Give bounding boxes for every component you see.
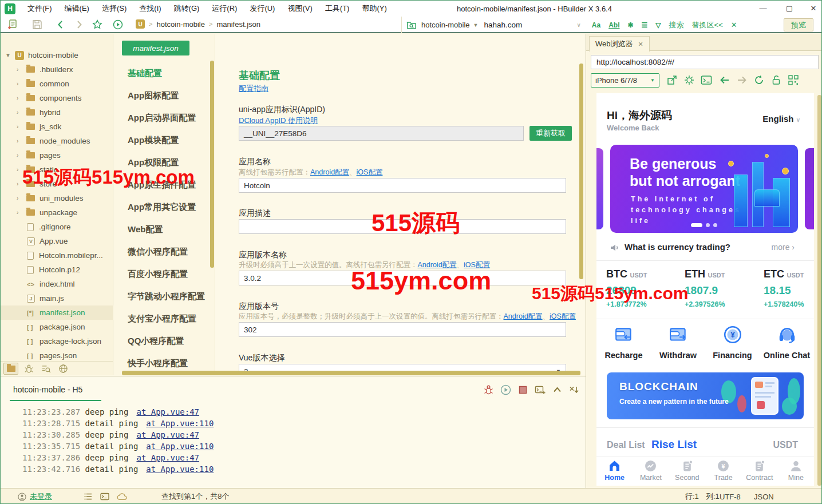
explorer-view-button[interactable] — [3, 363, 18, 375]
carousel-next-slide[interactable] — [805, 148, 814, 229]
tree-folder-node-modules[interactable]: ›node_modules — [1, 134, 113, 148]
console-collapse-icon[interactable] — [552, 384, 563, 395]
forward-icon[interactable] — [74, 19, 84, 30]
run-icon[interactable] — [113, 19, 123, 30]
carousel-dots[interactable] — [610, 223, 798, 227]
nav-market[interactable]: Market — [633, 457, 669, 486]
config-nav-web[interactable]: Web配置 — [128, 224, 205, 235]
source-link[interactable]: at App.vue:47 — [136, 407, 199, 416]
tree-file-p12[interactable]: Hotcoln.p12 — [1, 263, 113, 277]
chevron-right-icon[interactable]: › — [17, 209, 26, 216]
ticker-eth[interactable]: ETH USDT 1807.9 +2.397526% — [685, 268, 753, 308]
ios-config-link[interactable]: iOS配置 — [550, 312, 576, 320]
outline-list-icon[interactable] — [84, 492, 93, 501]
cursor-line[interactable]: 行:1 — [685, 491, 699, 502]
blockchain-banner[interactable]: BLOCKCHAIN Create a new pattern in the f… — [607, 372, 804, 419]
config-nav-basic[interactable]: 基础配置 — [128, 68, 205, 78]
open-external-icon[interactable] — [666, 74, 678, 86]
menu-find[interactable]: 查找(I) — [133, 1, 167, 16]
tree-folder-components[interactable]: ›components — [1, 91, 113, 105]
config-nav-alipay-mp[interactable]: 支付宝小程序配置 — [128, 313, 205, 324]
console-stop-icon[interactable] — [517, 384, 528, 395]
menu-run[interactable]: 运行(R) — [206, 1, 243, 16]
recharge-button[interactable]: Recharge — [596, 324, 651, 360]
close-window-button[interactable]: ✕ — [808, 3, 819, 14]
login-status[interactable]: 未登录 — [30, 491, 52, 502]
console-clear-icon[interactable] — [568, 384, 579, 395]
form-scrollbar[interactable] — [579, 64, 583, 279]
source-link[interactable]: at App.vue:47 — [136, 430, 199, 439]
financing-button[interactable]: ¥ Financing — [705, 324, 760, 360]
ios-config-link[interactable]: iOS配置 — [357, 168, 383, 176]
tree-file-gitignore[interactable]: .gitignore — [1, 220, 113, 234]
cloud-icon[interactable] — [117, 492, 127, 501]
tree-file-index-html[interactable]: <>index.html — [1, 277, 113, 291]
nav-mine[interactable]: Mine — [778, 457, 814, 486]
tree-file-package-lock-json[interactable]: [ ]package-lock.json — [1, 334, 113, 348]
config-nav-app-icon[interactable]: App图标配置 — [128, 90, 205, 101]
chevron-right-icon[interactable]: › — [17, 124, 26, 130]
browser-url-input[interactable]: http://localhost:8082/#/ — [591, 55, 819, 69]
editor-horizontal-scrollbar[interactable] — [122, 371, 580, 375]
config-nav-baidu-mp[interactable]: 百度小程序配置 — [128, 269, 205, 279]
menu-goto[interactable]: 跳转(G) — [168, 1, 206, 16]
chevron-right-icon[interactable]: › — [17, 95, 26, 101]
expand-find-icon[interactable]: ∨ — [576, 22, 580, 28]
device-select[interactable]: iPhone 6/7/8▼ — [591, 73, 659, 88]
terminal-icon[interactable] — [100, 492, 109, 501]
chevron-right-icon[interactable]: › — [17, 138, 26, 144]
config-nav-bytedance-mp[interactable]: 字节跳动小程序配置 — [128, 291, 205, 301]
refetch-appid-button[interactable]: 重新获取 — [529, 126, 572, 141]
qr-code-icon[interactable] — [788, 74, 799, 86]
tree-folder-js-sdk[interactable]: ›js_sdk — [1, 120, 113, 134]
app-name-input[interactable]: Hotcoin — [239, 178, 566, 193]
more-link[interactable]: more › — [772, 243, 795, 252]
source-link[interactable]: at App.vue:110 — [146, 419, 214, 428]
chevron-down-icon[interactable]: ▼ — [5, 52, 15, 58]
account-icon[interactable] — [18, 493, 26, 501]
close-find-icon[interactable]: ✕ — [731, 21, 737, 29]
multiline-icon[interactable]: ☰ — [642, 21, 648, 29]
match-case-icon[interactable]: Aa — [592, 21, 600, 29]
chevron-right-icon[interactable]: › — [17, 81, 26, 87]
announcement-text[interactable]: What is currency trading? — [625, 242, 730, 252]
tree-file-manifest-json[interactable]: [*]manifest.json — [1, 305, 113, 320]
tree-folder-hbuilderx[interactable]: ›.hbuilderx — [1, 62, 113, 77]
nav-forward-icon[interactable] — [736, 74, 748, 86]
find-scope-select[interactable]: hotcoin-mobile — [421, 21, 470, 29]
console-tab[interactable]: hotcoin-mobile - H5 — [13, 385, 82, 394]
encoding-indicator[interactable]: UTF-8 — [720, 493, 741, 501]
source-link[interactable]: at App.vue:110 — [146, 442, 214, 451]
source-link[interactable]: at App.vue:110 — [146, 465, 214, 474]
new-file-icon[interactable] — [7, 19, 18, 30]
chevron-right-icon[interactable]: › — [17, 109, 26, 116]
withdraw-button[interactable]: Withdraw — [651, 324, 705, 360]
globe-icon[interactable] — [58, 364, 68, 374]
tree-folder-unpackage[interactable]: ›unpackage — [1, 205, 113, 220]
search-button[interactable]: 搜索 — [669, 20, 684, 30]
config-nav-app-misc[interactable]: App常用其它设置 — [128, 202, 205, 212]
version-code-input[interactable]: 302 — [239, 322, 566, 337]
menu-view[interactable]: 视图(V) — [281, 1, 318, 16]
search-results-icon[interactable] — [41, 364, 51, 374]
chevron-right-icon[interactable]: › — [17, 66, 26, 73]
debug-bug-icon[interactable] — [24, 364, 34, 374]
tree-folder-uni-modules[interactable]: ›uni_modules — [1, 191, 113, 205]
config-nav-splash[interactable]: App启动界面配置 — [128, 113, 205, 123]
appid-doc-link[interactable]: DCloud AppID 使用说明 — [239, 116, 318, 126]
android-config-link[interactable]: Android配置 — [310, 168, 349, 176]
config-nav-scrollbar[interactable] — [210, 61, 214, 268]
maximize-button[interactable]: ▢ — [784, 3, 795, 14]
preview-button[interactable]: 预览 — [784, 18, 813, 31]
menu-help[interactable]: 帮助(Y) — [355, 1, 393, 16]
nav-contract[interactable]: Contract — [741, 457, 777, 486]
filter-icon[interactable]: ▽ — [655, 21, 661, 29]
console-debug-icon[interactable] — [483, 384, 494, 395]
save-icon[interactable] — [32, 19, 42, 30]
tree-file-mobileprovision[interactable]: Hotcoln.mobilepr... — [1, 248, 113, 263]
config-nav-qq-mp[interactable]: QQ小程序配置 — [128, 336, 205, 346]
back-icon[interactable] — [56, 19, 66, 30]
filetype-indicator[interactable]: JSON — [754, 493, 774, 501]
nav-trade[interactable]: ¥ Trade — [705, 457, 741, 486]
carousel-dot-active[interactable] — [691, 223, 702, 227]
